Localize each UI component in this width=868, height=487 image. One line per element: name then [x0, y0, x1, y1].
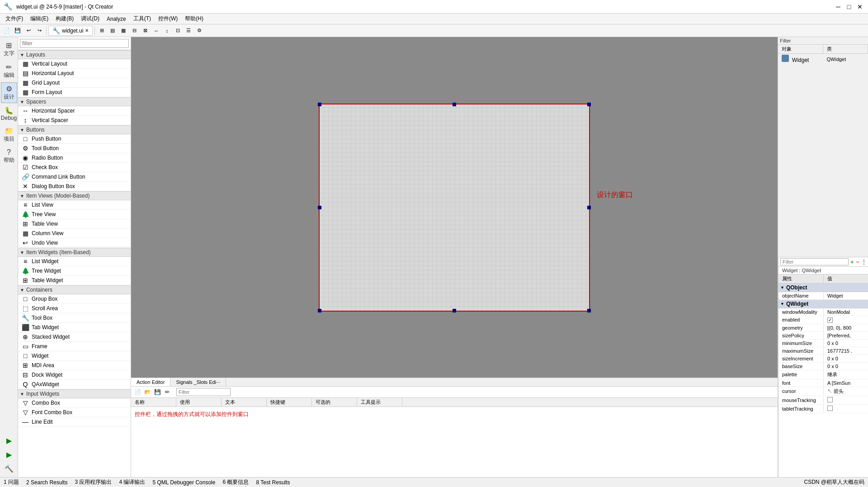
- props-row-mousetracking[interactable]: mouseTracking: [778, 396, 868, 405]
- category-containers[interactable]: ▼ Containers: [18, 285, 131, 294]
- widget-dialog-button-box[interactable]: ✕ Dialog Button Box: [18, 182, 131, 191]
- widget-list-view[interactable]: ≡ List View: [18, 200, 131, 210]
- mousetracking-checkbox[interactable]: [827, 397, 833, 402]
- category-input-widgets[interactable]: ▼ Input Widgets: [18, 389, 131, 398]
- handle-ml[interactable]: [318, 206, 321, 209]
- menu-controls[interactable]: 控件(W): [155, 14, 181, 24]
- handle-tm[interactable]: [453, 103, 456, 106]
- maximize-button[interactable]: □: [844, 2, 854, 11]
- props-row-maximumsize[interactable]: maximumSize 16777215 .: [778, 347, 868, 355]
- action-filter-input[interactable]: [176, 388, 231, 396]
- handle-br[interactable]: [587, 309, 591, 312]
- widget-check-box[interactable]: ☑ Check Box: [18, 163, 131, 172]
- status-test-results[interactable]: 8 Test Results: [256, 479, 290, 486]
- props-row-cursor[interactable]: cursor ↖ 箭头: [778, 387, 868, 396]
- props-remove-button[interactable]: −: [856, 258, 859, 265]
- props-row-minimumsize[interactable]: minimumSize 0 x 0: [778, 340, 868, 347]
- action-save-btn[interactable]: 💾: [153, 388, 162, 397]
- props-row-enabled[interactable]: enabled ✓: [778, 316, 868, 324]
- props-row-sizepolicy[interactable]: sizePolicy [Preferred,: [778, 332, 868, 340]
- toolbar-btn-4[interactable]: ↪: [34, 26, 44, 36]
- status-app-output[interactable]: 3 应用程序输出: [75, 478, 112, 486]
- widget-table-widget[interactable]: ⊞ Table Widget: [18, 276, 131, 285]
- menu-edit[interactable]: 编辑(E): [27, 14, 52, 24]
- menu-help[interactable]: 帮助(H): [181, 14, 207, 24]
- category-buttons[interactable]: ▼ Buttons: [18, 125, 131, 134]
- widget-qaxwidget[interactable]: Q QAxWidget: [18, 380, 131, 389]
- handle-mr[interactable]: [587, 206, 591, 209]
- tab-signals-slots[interactable]: Signals _Slots Edi···: [170, 378, 226, 386]
- tab-action-editor[interactable]: Action Editor: [131, 378, 170, 386]
- left-icon-debug[interactable]: 🐛 Debug: [1, 104, 17, 123]
- widget-undo-view[interactable]: ↩ Undo View: [18, 238, 131, 248]
- handle-tr[interactable]: [587, 103, 591, 106]
- handle-bl[interactable]: [318, 309, 321, 312]
- props-more-button[interactable]: ⋮: [861, 259, 867, 265]
- props-filter-input[interactable]: [780, 258, 849, 265]
- left-icon-edit[interactable]: ✏ 编辑: [1, 61, 17, 81]
- action-new-btn[interactable]: 📄: [133, 388, 142, 397]
- category-item-widgets[interactable]: ▼ Item Widgets (Item-Based): [18, 248, 131, 257]
- widget-command-link-button[interactable]: 🔗 Command Link Button: [18, 172, 131, 182]
- props-add-button[interactable]: +: [850, 258, 854, 265]
- action-edit-btn[interactable]: ✏: [163, 388, 172, 397]
- handle-tl[interactable]: [318, 103, 321, 106]
- widget-scroll-area[interactable]: ⬚ Scroll Area: [18, 304, 131, 313]
- toolbar-btn-align3[interactable]: ▦: [118, 26, 128, 36]
- widget-horizontal-layout[interactable]: ▤ Horizontal Layout: [18, 69, 131, 78]
- widget-vertical-spacer[interactable]: ↕ Vertical Spacer: [18, 116, 131, 125]
- category-item-views[interactable]: ▼ Item Views (Model-Based): [18, 191, 131, 200]
- widget-filter-input[interactable]: [20, 39, 129, 48]
- handle-bm[interactable]: [453, 309, 456, 312]
- menu-debug[interactable]: 调试(D): [77, 14, 103, 24]
- widget-group-box[interactable]: □ Group Box: [18, 294, 131, 304]
- widget-mdi-area[interactable]: ⊞ MDI Area: [18, 361, 131, 370]
- props-row-basesize[interactable]: baseSize 0 x 0: [778, 363, 868, 370]
- props-section-qwidget[interactable]: ▼ QWidget: [778, 300, 868, 308]
- widget-tool-button[interactable]: ⚙ Tool Button: [18, 144, 131, 153]
- object-row-widget[interactable]: Widget QWidget: [778, 54, 868, 65]
- menu-file[interactable]: 文件(F): [2, 14, 27, 24]
- toolbar-btn-align5[interactable]: ⊠: [140, 26, 150, 36]
- left-icon-run[interactable]: ▶: [1, 434, 17, 447]
- left-icon-project[interactable]: 📁 项目: [1, 124, 17, 145]
- props-row-windowmodality[interactable]: windowModality NonModal: [778, 308, 868, 316]
- toolbar-btn-1[interactable]: 📄: [2, 26, 12, 36]
- toolbar-btn-settings[interactable]: ⚙: [194, 26, 204, 36]
- props-row-palette[interactable]: palette 继承: [778, 370, 868, 379]
- props-row-tablettracking[interactable]: tabletTracking: [778, 405, 868, 413]
- category-spacers[interactable]: ▼ Spacers: [18, 97, 131, 106]
- file-tab[interactable]: 🔧 widget.ui ✕: [48, 26, 93, 36]
- left-icon-design[interactable]: ⚙ 设计: [1, 82, 17, 103]
- widget-column-view[interactable]: ▦ Column View: [18, 229, 131, 238]
- design-canvas[interactable]: [319, 104, 590, 312]
- widget-frame[interactable]: ▭ Frame: [18, 342, 131, 351]
- widget-vertical-layout[interactable]: ▦ Vertical Layout: [18, 59, 131, 69]
- toolbar-btn-align7[interactable]: ↕: [162, 26, 172, 36]
- toolbar-btn-align1[interactable]: ⊞: [97, 26, 107, 36]
- widget-widget[interactable]: □ Widget: [18, 351, 131, 361]
- status-compile-output[interactable]: 4 编译输出: [119, 478, 145, 486]
- category-layouts[interactable]: ▼ Layouts: [18, 50, 131, 59]
- widget-push-button[interactable]: □ Push Button: [18, 134, 131, 144]
- left-icon-help[interactable]: ? 帮助: [1, 146, 17, 166]
- widget-form-layout[interactable]: ▦ Form Layout: [18, 88, 131, 97]
- toolbar-btn-3[interactable]: ↩: [24, 26, 33, 36]
- menu-tools[interactable]: 工具(T): [130, 14, 155, 24]
- action-open-btn[interactable]: 📂: [143, 388, 152, 397]
- props-row-geometry[interactable]: geometry [(0, 0), 800: [778, 324, 868, 332]
- widget-horizontal-spacer[interactable]: ↔ Horizontal Spacer: [18, 106, 131, 116]
- status-problems[interactable]: 1 问题: [4, 478, 19, 486]
- widget-combo-box[interactable]: ▽ Combo Box: [18, 398, 131, 408]
- widget-table-view[interactable]: ⊞ Table View: [18, 219, 131, 229]
- toolbar-btn-align6[interactable]: ↔: [151, 26, 161, 36]
- widget-list-widget[interactable]: ≡ List Widget: [18, 257, 131, 266]
- toolbar-btn-align9[interactable]: ☰: [184, 26, 193, 36]
- status-overview[interactable]: 6 概要信息: [222, 478, 249, 486]
- widget-tree-view[interactable]: 🌲 Tree View: [18, 210, 131, 219]
- props-row-objectname[interactable]: objectName Widget: [778, 292, 868, 300]
- props-section-qobject[interactable]: ▼ QObject: [778, 284, 868, 292]
- props-row-sizeincrement[interactable]: sizeIncrement 0 x 0: [778, 355, 868, 363]
- minimize-button[interactable]: ─: [834, 2, 843, 11]
- enabled-checkbox[interactable]: ✓: [827, 317, 833, 323]
